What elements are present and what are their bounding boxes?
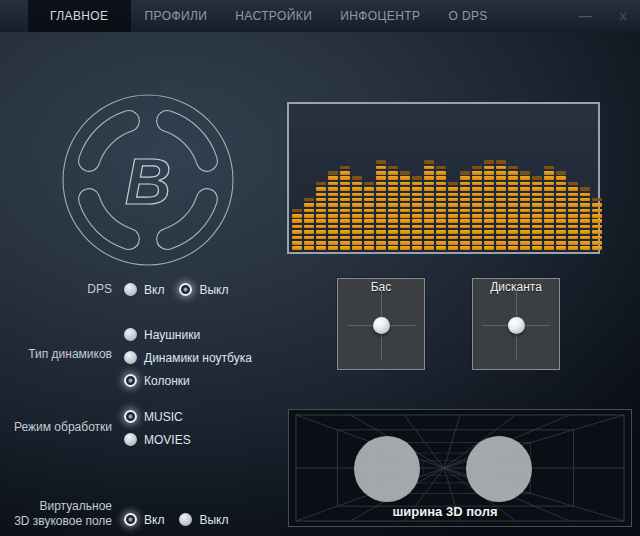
eq-segment [400,246,410,250]
eq-segment [400,219,410,223]
radio-selected-icon[interactable] [124,374,137,387]
eq-segment [472,230,482,234]
eq-bar [592,198,602,250]
eq-bar [328,171,338,250]
eq-segment [340,241,350,245]
eq-segment [568,236,578,240]
speaker-type-label: Тип динамиков [0,347,112,362]
eq-segment [472,214,482,218]
eq-segment [448,193,458,197]
radio-selected-icon[interactable] [124,410,137,423]
eq-segment [292,241,302,245]
eq-segment [304,230,314,234]
eq-segment [340,171,350,175]
eq-segment [388,225,398,229]
tab-profiles[interactable]: ПРОФИЛИ [131,0,222,32]
radio-option-virtual_3d-вкл[interactable]: Вкл [124,512,164,527]
eq-segment [388,187,398,191]
eq-segment [364,236,374,240]
eq-segment [304,241,314,245]
eq-segment [508,214,518,218]
eq-segment [496,198,506,202]
eq-segment [424,246,434,250]
eq-segment [484,198,494,202]
radio-option-speaker_type-динамики-ноутбука[interactable]: Динамики ноутбука [124,350,252,365]
eq-segment [484,166,494,170]
eq-segment [472,176,482,180]
eq-bar [364,182,374,250]
tab-main[interactable]: ГЛАВНОЕ [28,0,131,32]
radio-option-label: MOVIES [144,433,191,447]
dps-app-window: ГЛАВНОЕПРОФИЛИНАСТРОЙКИИНФОЦЕНТРО DPS — … [0,0,640,536]
radio-option-speaker_type-колонки[interactable]: Колонки [124,373,252,388]
eq-segment [400,176,410,180]
eq-segment [400,230,410,234]
eq-segment [508,209,518,213]
eq-bar [568,182,578,250]
eq-segment [520,230,530,234]
treble-slider-handle[interactable] [508,317,525,334]
right-speaker-circle[interactable] [466,436,532,502]
radio-unselected-icon[interactable] [124,283,137,296]
radio-unselected-icon[interactable] [124,328,137,341]
3d-field-panel[interactable]: ширина 3D поля [288,409,632,527]
eq-segment [556,193,566,197]
eq-bar [520,171,530,250]
eq-segment [544,214,554,218]
eq-segment [388,171,398,175]
eq-segment [424,193,434,197]
eq-segment [364,198,374,202]
eq-segment [328,225,338,229]
minimize-button[interactable]: — [572,0,598,32]
eq-segment [400,182,410,186]
radio-unselected-icon[interactable] [124,433,137,446]
tab-infocenter[interactable]: ИНФОЦЕНТР [326,0,434,32]
eq-segment [448,236,458,240]
bass-slider-handle[interactable] [373,317,390,334]
radio-selected-icon[interactable] [124,513,137,526]
radio-option-processing_mode-music[interactable]: MUSIC [124,409,191,424]
eq-segment [340,187,350,191]
treble-xy-pad[interactable]: Дисканта [472,278,560,370]
eq-segment [460,230,470,234]
radio-option-dps-вкл[interactable]: Вкл [124,282,164,297]
eq-segment [364,230,374,234]
eq-segment [472,171,482,175]
eq-segment [508,225,518,229]
bass-xy-pad[interactable]: Бас [337,278,425,370]
eq-bar [484,160,494,250]
left-speaker-circle[interactable] [354,436,420,502]
eq-segment [460,198,470,202]
radio-unselected-icon[interactable] [179,513,192,526]
eq-segment [520,171,530,175]
tab-settings[interactable]: НАСТРОЙКИ [221,0,326,32]
radio-option-virtual_3d-выкл[interactable]: Выкл [179,512,228,527]
eq-segment [592,230,602,234]
eq-segment [556,176,566,180]
eq-segment [472,236,482,240]
eq-segment [544,209,554,213]
eq-segment [520,236,530,240]
radio-unselected-icon[interactable] [124,351,137,364]
radio-selected-icon[interactable] [179,283,192,296]
radio-option-dps-выкл[interactable]: Выкл [179,282,228,297]
radio-option-processing_mode-movies[interactable]: MOVIES [124,432,191,447]
eq-segment [580,241,590,245]
eq-segment [568,225,578,229]
eq-segment [376,246,386,250]
eq-segment [412,241,422,245]
radio-option-speaker_type-наушники[interactable]: Наушники [124,327,252,342]
close-button[interactable]: x [610,0,636,32]
tab-about-dps[interactable]: О DPS [434,0,501,32]
eq-segment [568,193,578,197]
eq-segment [388,176,398,180]
eq-segment [508,219,518,223]
eq-segment [580,219,590,223]
eq-segment [340,236,350,240]
eq-segment [556,236,566,240]
eq-segment [364,225,374,229]
eq-segment [328,236,338,240]
eq-bar [400,171,410,250]
eq-segment [316,225,326,229]
eq-segment [424,187,434,191]
